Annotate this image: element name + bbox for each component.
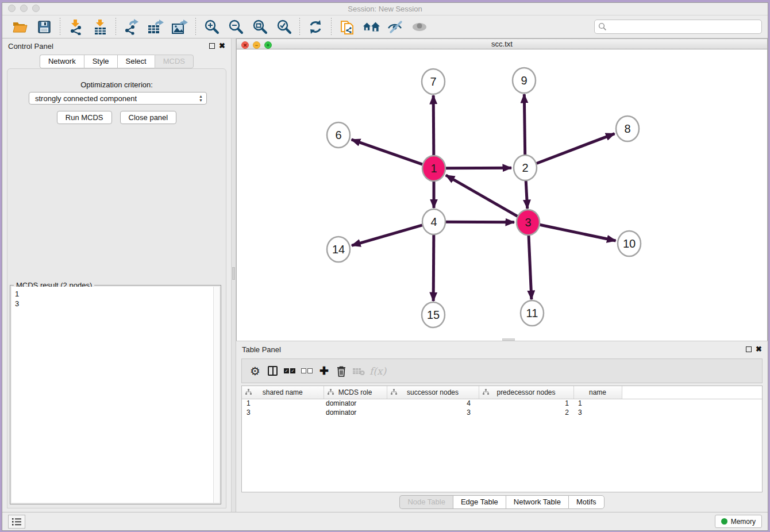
- toolbar-separator: [60, 18, 60, 36]
- network-window-title: scc.txt: [491, 40, 513, 48]
- search-input[interactable]: [594, 20, 762, 34]
- export-table-icon[interactable]: [147, 18, 164, 36]
- deselect-all-checkboxes-icon[interactable]: [298, 363, 315, 380]
- table-tab-motifs[interactable]: Motifs: [568, 495, 605, 509]
- memory-button[interactable]: Memory: [715, 515, 762, 528]
- hide-eye-icon[interactable]: [387, 18, 404, 36]
- function-builder-icon: f(x): [367, 363, 388, 380]
- close-table-panel-icon[interactable]: ✖: [756, 346, 762, 352]
- zoom-in-icon[interactable]: [203, 18, 220, 36]
- mcds-result-group: MCDS result (2 nodes) 1 3: [10, 285, 221, 504]
- memory-label: Memory: [731, 518, 756, 526]
- column-header-successor-nodes[interactable]: successor nodes: [387, 386, 479, 399]
- column-header-name[interactable]: name: [573, 386, 622, 399]
- edge-3-10[interactable]: [540, 225, 616, 241]
- zoom-selected-icon[interactable]: [275, 18, 292, 36]
- network-window-titlebar[interactable]: ✕ − + scc.txt: [236, 38, 768, 49]
- node-label-7: 7: [430, 75, 436, 88]
- splitter-grip-icon: [232, 267, 235, 280]
- workspace-column: ✕ − + scc.txt 7968124314101511: [236, 38, 768, 512]
- edge-1-7[interactable]: [433, 95, 434, 156]
- add-column-icon[interactable]: ✚: [315, 363, 333, 380]
- column-header-predecessor-nodes[interactable]: predecessor nodes: [479, 386, 573, 399]
- control-tab-network[interactable]: Network: [40, 55, 84, 68]
- export-network-icon[interactable]: [123, 18, 140, 36]
- zoom-out-icon[interactable]: [227, 18, 244, 36]
- edge-4-14[interactable]: [352, 225, 422, 246]
- list-icon: [12, 518, 21, 526]
- node-label-6: 6: [335, 129, 341, 141]
- node-label-15: 15: [427, 309, 440, 321]
- edge-4-3[interactable]: [446, 222, 514, 222]
- window-titlebar: Session: New Session: [2, 3, 768, 16]
- task-history-button[interactable]: [8, 515, 25, 529]
- delete-table-icon: [350, 363, 367, 380]
- trash-icon[interactable]: [333, 363, 350, 380]
- show-eye-icon[interactable]: [411, 18, 428, 36]
- edge-1-6[interactable]: [352, 140, 423, 164]
- optimization-criterion-select[interactable]: strongly connected component ▲▼: [29, 92, 207, 105]
- table-tab-network-table[interactable]: Network Table: [506, 495, 568, 509]
- network-graph[interactable]: 7968124314101511: [237, 49, 769, 338]
- table-tab-node-table[interactable]: Node Table: [399, 495, 453, 509]
- edge-1-2[interactable]: [446, 168, 511, 168]
- show-columns-icon[interactable]: [264, 363, 281, 380]
- zoom-window-button[interactable]: [32, 5, 40, 12]
- table-row[interactable]: 3dominator323: [242, 408, 762, 417]
- edge-2-3[interactable]: [526, 180, 528, 209]
- edge-2-9[interactable]: [524, 94, 525, 156]
- select-all-checkboxes-icon[interactable]: ✓✓: [281, 363, 298, 380]
- canvas-splitter-grip[interactable]: [502, 338, 515, 341]
- mcds-result-list[interactable]: 1 3: [11, 287, 213, 503]
- import-network-icon[interactable]: [67, 18, 84, 36]
- edge-2-8[interactable]: [537, 134, 615, 164]
- import-table-icon[interactable]: [91, 18, 109, 36]
- edge-4-15[interactable]: [433, 234, 434, 301]
- network-maximize-button[interactable]: +: [264, 41, 272, 49]
- network-canvas[interactable]: 7968124314101511: [236, 49, 768, 341]
- node-table[interactable]: shared nameMCDS rolesuccessor nodesprede…: [242, 386, 762, 417]
- panel-splitter[interactable]: [231, 38, 236, 512]
- float-panel-icon[interactable]: [209, 43, 215, 49]
- optimization-criterion-value: strongly connected component: [35, 94, 137, 103]
- zoom-fit-icon[interactable]: [251, 18, 268, 36]
- toolbar-separator: [299, 18, 300, 36]
- window-controls: [8, 5, 40, 12]
- table-row[interactable]: 1dominator411: [242, 399, 762, 408]
- column-header-empty: [622, 386, 762, 399]
- node-label-11: 11: [526, 307, 538, 319]
- refresh-icon[interactable]: [307, 18, 324, 36]
- open-folder-icon[interactable]: [11, 18, 29, 36]
- network-close-button[interactable]: ✕: [241, 41, 249, 49]
- result-scrollbar[interactable]: [213, 287, 220, 503]
- close-panel-button[interactable]: Close panel: [120, 111, 177, 124]
- node-label-14: 14: [332, 243, 345, 256]
- network-minimize-button[interactable]: −: [253, 41, 260, 49]
- run-mcds-button[interactable]: Run MCDS: [57, 111, 112, 124]
- close-panel-icon[interactable]: ✖: [219, 43, 225, 49]
- application-window: Session: New Session: [2, 2, 768, 531]
- control-tab-mcds[interactable]: MCDS: [155, 55, 194, 68]
- control-tab-select[interactable]: Select: [117, 55, 155, 68]
- node-label-1: 1: [430, 162, 437, 175]
- main-area: Control Panel ✖ NetworkStyleSelectMCDS O…: [2, 38, 768, 512]
- export-image-icon[interactable]: [171, 18, 188, 36]
- gear-icon[interactable]: ⚙: [247, 363, 264, 380]
- column-header-shared-name[interactable]: shared name: [242, 386, 324, 399]
- edge-3-1[interactable]: [446, 175, 518, 217]
- control-tab-style[interactable]: Style: [84, 55, 117, 68]
- node-label-10: 10: [623, 237, 636, 250]
- control-panel: Control Panel ✖ NetworkStyleSelectMCDS O…: [2, 38, 231, 512]
- houses-icon[interactable]: [363, 18, 380, 36]
- table-tab-edge-table[interactable]: Edge Table: [453, 495, 506, 509]
- save-icon[interactable]: [36, 18, 53, 36]
- close-window-button[interactable]: [8, 5, 16, 12]
- edge-3-11[interactable]: [529, 234, 532, 299]
- minimize-window-button[interactable]: [20, 5, 28, 12]
- table-tabs: Node TableEdge TableNetwork TableMotifs: [236, 495, 768, 509]
- table-panel-header: Table Panel ✖: [236, 341, 768, 357]
- table-panel: Table Panel ✖ ⚙ ✓✓ ✚: [236, 341, 768, 512]
- column-header-MCDS-role[interactable]: MCDS role: [324, 386, 387, 399]
- float-table-panel-icon[interactable]: [746, 346, 752, 352]
- first-neighbors-icon[interactable]: [338, 18, 356, 36]
